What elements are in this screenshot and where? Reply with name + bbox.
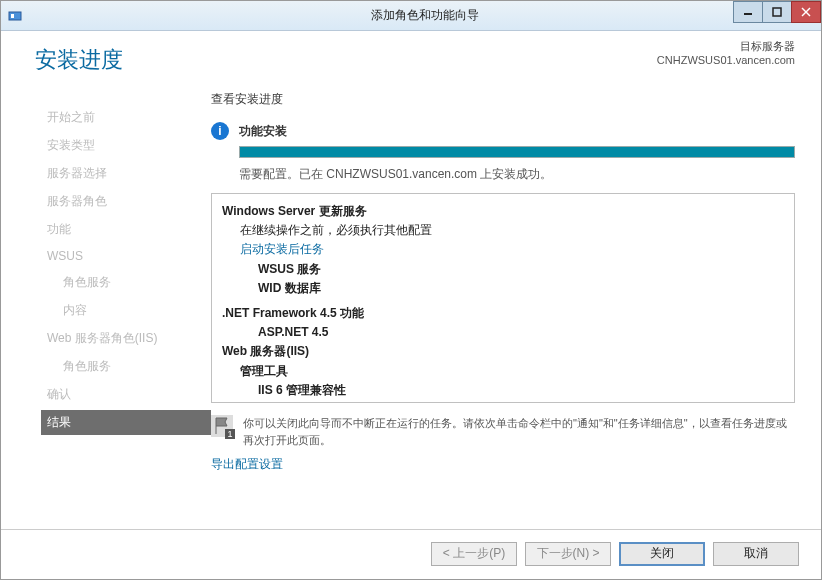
minimize-button[interactable] bbox=[733, 1, 763, 23]
dest-server: CNHZWSUS01.vancen.com bbox=[657, 54, 795, 66]
export-config-link[interactable]: 导出配置设置 bbox=[211, 456, 283, 473]
nav-item: 开始之前 bbox=[41, 105, 211, 130]
maximize-button[interactable] bbox=[762, 1, 792, 23]
sidebar: 安装进度 开始之前安装类型服务器选择服务器角色功能WSUS角色服务内容Web 服… bbox=[1, 31, 211, 529]
destination-info: 目标服务器 CNHZWSUS01.vancen.com bbox=[657, 39, 795, 66]
nav-item: 角色服务 bbox=[41, 354, 211, 379]
result-item: IIS 6 管理兼容性 bbox=[222, 381, 784, 400]
flag-icon bbox=[211, 415, 233, 437]
window-title: 添加角色和功能向导 bbox=[29, 7, 821, 24]
result-header: .NET Framework 4.5 功能 bbox=[222, 304, 784, 323]
window-controls bbox=[734, 1, 821, 23]
nav-item: 服务器角色 bbox=[41, 189, 211, 214]
nav-item: 服务器选择 bbox=[41, 161, 211, 186]
result-note: 在继续操作之前，必须执行其他配置 bbox=[222, 221, 784, 240]
svg-rect-1 bbox=[11, 14, 14, 18]
main-panel: 目标服务器 CNHZWSUS01.vancen.com 查看安装进度 i 功能安… bbox=[211, 31, 821, 529]
app-icon bbox=[7, 8, 23, 24]
install-label: 功能安装 bbox=[239, 123, 287, 140]
result-item: IIS 6 元数据库兼容性 bbox=[222, 400, 784, 403]
result-header: Windows Server 更新服务 bbox=[222, 202, 784, 221]
nav-item: 确认 bbox=[41, 382, 211, 407]
flag-info-text: 你可以关闭此向导而不中断正在运行的任务。请依次单击命令栏中的"通知"和"任务详细… bbox=[243, 415, 795, 448]
launch-post-install-link[interactable]: 启动安装后任务 bbox=[222, 240, 784, 259]
result-header: Web 服务器(IIS) bbox=[222, 342, 784, 361]
section-title: 查看安装进度 bbox=[211, 91, 795, 108]
nav-item: 角色服务 bbox=[41, 270, 211, 295]
nav-item: WSUS bbox=[41, 245, 211, 267]
info-icon: i bbox=[211, 122, 229, 140]
nav-item: 安装类型 bbox=[41, 133, 211, 158]
result-item: WID 数据库 bbox=[222, 279, 784, 298]
nav-item: 内容 bbox=[41, 298, 211, 323]
page-heading: 安装进度 bbox=[35, 45, 211, 75]
result-item: WSUS 服务 bbox=[222, 260, 784, 279]
close-button[interactable] bbox=[791, 1, 821, 23]
result-item: ASP.NET 4.5 bbox=[222, 323, 784, 342]
cancel-button[interactable]: 取消 bbox=[713, 542, 799, 566]
nav-item: Web 服务器角色(IIS) bbox=[41, 326, 211, 351]
footer-buttons: < 上一步(P) 下一步(N) > 关闭 取消 bbox=[1, 529, 821, 577]
svg-rect-3 bbox=[773, 8, 781, 16]
dest-label: 目标服务器 bbox=[657, 39, 795, 54]
next-button: 下一步(N) > bbox=[525, 542, 611, 566]
nav-item: 功能 bbox=[41, 217, 211, 242]
title-bar: 添加角色和功能向导 bbox=[1, 1, 821, 31]
progress-bar bbox=[239, 146, 795, 158]
result-item: 管理工具 bbox=[222, 362, 784, 381]
previous-button: < 上一步(P) bbox=[431, 542, 517, 566]
status-text: 需要配置。已在 CNHZWSUS01.vancen.com 上安装成功。 bbox=[239, 166, 795, 183]
svg-rect-0 bbox=[9, 12, 21, 20]
close-wizard-button[interactable]: 关闭 bbox=[619, 542, 705, 566]
results-box[interactable]: Windows Server 更新服务 在继续操作之前，必须执行其他配置 启动安… bbox=[211, 193, 795, 403]
nav-item-active: 结果 bbox=[41, 410, 211, 435]
